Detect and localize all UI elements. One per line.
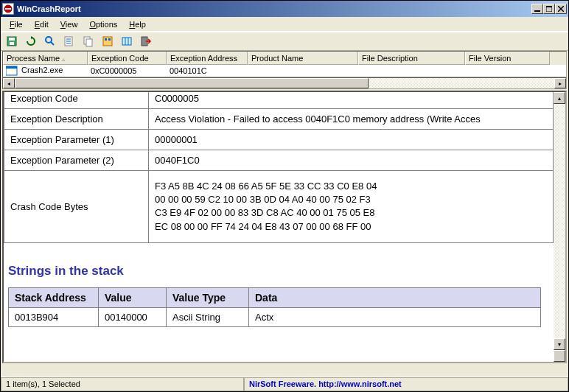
listview-header: Process Name ▵ Exception Code Exception … [3,52,566,65]
svg-rect-21 [108,38,111,41]
strings-section-title: Strings in the stack [4,243,554,287]
app-icon [2,3,14,15]
cell-exception-address: 0040101C [167,66,248,76]
cell-stack-address: 0013B904 [9,307,99,326]
col-exception-code[interactable]: Exception Code [88,52,167,65]
svg-point-11 [46,37,52,43]
menu-file[interactable]: File [4,18,29,30]
detail-label: Exception Parameter (2) [4,150,149,171]
cell-file-version [465,70,550,71]
scroll-left-button[interactable]: ◂ [3,78,15,88]
scroll-thumb[interactable] [15,78,369,88]
detail-label: Exception Code [4,91,149,109]
col-data: Data [249,287,541,307]
detail-vscroll[interactable]: ▴ ▾ [554,92,565,362]
detail-label: Exception Description [4,109,149,130]
process-listview[interactable]: Process Name ▵ Exception Code Exception … [2,51,567,77]
status-link[interactable]: NirSoft Freeware. http://www.nirsoft.net [244,377,568,391]
svg-rect-9 [10,42,14,45]
svg-rect-2 [534,10,540,12]
strings-table: Stack Address Value Value Type Data 0013… [8,287,541,327]
menu-edit[interactable]: Edit [29,18,55,30]
properties-icon[interactable] [61,33,77,49]
menu-options[interactable]: Options [83,18,123,30]
menu-view[interactable]: View [55,18,84,30]
maximize-button[interactable] [543,4,555,14]
table-row: 0013B904 00140000 Ascii String Actx [9,307,541,326]
detail-value: F3 A5 8B 4C 24 08 66 A5 5F 5E 33 CC 33 C… [149,171,554,243]
menubar: File Edit View Options Help [1,17,568,32]
scroll-down-button[interactable]: ▾ [554,338,565,350]
detail-value: Access Violation - Failed to access 0040… [149,109,554,130]
refresh-icon[interactable] [23,33,39,49]
col-process-name[interactable]: Process Name ▵ [3,52,88,65]
svg-rect-27 [6,66,17,69]
scroll-up-button[interactable]: ▴ [554,92,565,104]
table-row: Exception DescriptionAccess Violation - … [4,109,554,130]
cell-process-name: Crash2.exe [21,66,63,74]
cell-exception-code: 0xC0000005 [88,66,167,76]
status-text: 1 item(s), 1 Selected [1,377,244,391]
close-button[interactable] [555,4,567,14]
toolbar [1,32,568,51]
svg-rect-19 [103,37,112,46]
cell-value-type: Ascii String [167,307,249,326]
svg-rect-20 [105,38,107,41]
columns-icon[interactable] [119,33,135,49]
svg-rect-4 [546,6,552,7]
menu-help[interactable]: Help [123,18,152,30]
table-row: Exception CodeC0000005 [4,91,554,109]
cell-product-name [248,70,358,71]
scroll-corner [554,350,565,362]
table-row[interactable]: Crash2.exe 0xC0000005 0040101C [3,65,566,77]
save-icon[interactable] [4,33,20,49]
window-title: WinCrashReport [17,4,531,13]
exit-icon[interactable] [138,33,154,49]
table-row: Crash Code BytesF3 A5 8B 4C 24 08 66 A5 … [4,171,554,243]
cell-file-description [358,70,465,71]
col-value: Value [99,287,167,307]
svg-rect-1 [5,8,11,10]
cell-value: 00140000 [99,307,167,326]
col-value-type: Value Type [167,287,249,307]
detail-label: Exception Parameter (1) [4,130,149,150]
cell-data: Actx [249,307,541,326]
options-icon[interactable] [100,33,116,49]
svg-rect-8 [9,38,15,41]
detail-value: 00000001 [149,130,554,150]
detail-table: Exception CodeC0000005 Exception Descrip… [4,91,554,243]
col-file-description[interactable]: File Description [358,52,465,65]
minimize-button[interactable] [531,4,543,14]
svg-line-12 [51,42,54,45]
detail-value: C0000005 [149,91,554,109]
titlebar: WinCrashReport [1,1,568,17]
detail-pane: Exception CodeC0000005 Exception Descrip… [2,91,567,363]
col-stack-address: Stack Address [9,287,99,307]
table-row: Exception Parameter (2)0040F1C0 [4,150,554,171]
app-window-icon [6,66,18,76]
svg-rect-22 [122,38,131,45]
listview-hscroll[interactable]: ◂ ▸ [2,77,567,89]
svg-rect-18 [86,39,92,46]
col-file-version[interactable]: File Version [465,52,550,65]
scroll-right-button[interactable]: ▸ [554,78,566,88]
col-exception-address[interactable]: Exception Address [167,52,248,65]
col-product-name[interactable]: Product Name [248,52,358,65]
copy-icon[interactable] [80,33,97,49]
table-row: Exception Parameter (1)00000001 [4,130,554,150]
detail-label: Crash Code Bytes [4,171,149,243]
search-icon[interactable] [42,33,58,49]
detail-value: 0040F1C0 [149,150,554,171]
statusbar: 1 item(s), 1 Selected NirSoft Freeware. … [1,377,568,391]
